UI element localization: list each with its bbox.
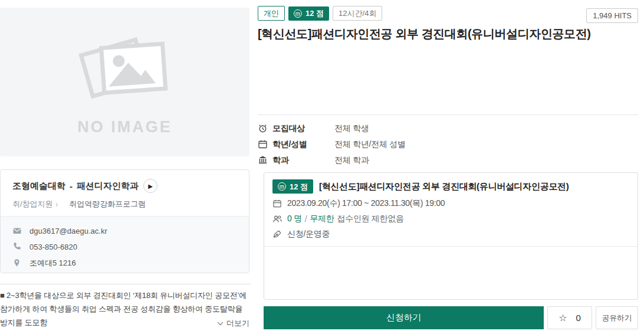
program-detail-panel: 개인 m 12 점 12시간/4회 1,949 HITS [혁신선도]패션디자인…: [258, 0, 638, 334]
session-points-badge: m 12 점: [272, 179, 313, 194]
program-thumbnail-placeholder: NO IMAGE: [0, 8, 249, 156]
badge-row: 개인 m 12 점 12시간/4회: [258, 6, 382, 21]
share-button[interactable]: 공유하기: [596, 306, 638, 329]
contact-location: 조예대5 1216: [29, 258, 76, 268]
info-label: 학과: [272, 155, 327, 166]
info-row-department: 학과 전체 학과: [258, 152, 638, 168]
apply-button[interactable]: 신청하기: [264, 306, 544, 329]
people-icon: [272, 214, 282, 224]
bank-icon: [258, 155, 268, 165]
contact-phone: 053-850-6820: [29, 243, 77, 251]
program-category: 취/창업지원: [12, 199, 53, 209]
info-row-target: 모집대상 전체 학생: [258, 120, 638, 136]
contact-phone-row: 053-850-6820: [12, 242, 237, 251]
phone-icon: [12, 242, 22, 251]
info-label: 모집대상: [272, 123, 327, 134]
show-more-link[interactable]: 더보기: [0, 318, 249, 329]
applicant-slash: /: [305, 214, 307, 224]
applicant-count: 0 명: [287, 214, 302, 224]
session-status-row: 신청/운영중: [272, 229, 629, 240]
star-icon: ☆: [558, 313, 567, 323]
info-value: 전체 학생: [334, 123, 369, 134]
info-value: 전체 학과: [334, 155, 369, 166]
page-title: [혁신선도]패션디자인전공 외부 경진대회(유니버설디자인공모전): [258, 26, 638, 42]
chevron-down-icon: [217, 322, 224, 326]
chevron-right-icon: ›: [55, 199, 58, 209]
program-type: 취업역량강화프로그램: [69, 199, 146, 209]
badge-hours-sessions: 12시간/4회: [333, 6, 382, 21]
organizer-contact: dgu3617@daegu.ac.kr 053-850-6820 조예대5: [1, 216, 249, 273]
info-row-grade-gender: 학년/성별 전체 학년/전체 성별: [258, 136, 638, 152]
description-divider: [0, 284, 250, 284]
show-more-label: 더보기: [226, 318, 249, 329]
session-date-row: 2023.09.20(수) 17:00 ~ 2023.11.30(목) 19:0…: [272, 198, 629, 209]
session-title: [혁신선도]패션디자인전공 외부 경진대회(유니버설디자인공모전): [319, 181, 569, 192]
clock-icon: [258, 123, 268, 133]
mileage-icon: m: [294, 9, 302, 18]
contact-email-row: dgu3617@daegu.ac.kr: [12, 226, 237, 235]
pen-icon: [272, 230, 282, 240]
department-name: 패션디자인학과: [77, 181, 139, 192]
no-image-icon: [72, 28, 178, 105]
favorite-button[interactable]: ☆ 0: [547, 306, 592, 329]
info-value: 전체 학년/전체 성별: [334, 139, 405, 150]
hits-counter: 1,949 HITS: [586, 8, 638, 23]
session-card-details: m 12 점 [혁신선도]패션디자인전공 외부 경진대회(유니버설디자인공모전)…: [264, 173, 638, 247]
calendar-icon: [258, 139, 268, 149]
college-dept-dash: -: [70, 181, 73, 191]
college-name: 조형예술대학: [12, 181, 65, 192]
session-card[interactable]: m 12 점 [혁신선도]패션디자인전공 외부 경진대회(유니버설디자인공모전)…: [264, 172, 638, 300]
mail-icon: [12, 226, 22, 235]
applicant-limit: 무제한: [310, 214, 334, 224]
applicant-note: 접수인원 제한없음: [337, 214, 403, 224]
session-date-range: 2023.09.20(수) 17:00 ~ 2023.11.30(목) 19:0…: [287, 198, 445, 209]
contact-location-row: 조예대5 1216: [12, 258, 237, 268]
badge-points: m 12 점: [288, 6, 329, 21]
contact-email: dgu3617@daegu.ac.kr: [29, 227, 107, 235]
organizer-card: 조형예술대학 - 패션디자인학과 ▶ 취/창업지원 › 취업역량강화프로그램 d: [0, 169, 249, 273]
recruit-info-section: 모집대상 전체 학생 학년/성별 전체 학년/전체 성별: [258, 114, 638, 168]
play-icon[interactable]: ▶: [143, 179, 157, 193]
favorite-count: 0: [576, 313, 581, 323]
mileage-icon: m: [278, 182, 286, 191]
badge-individual: 개인: [258, 6, 285, 21]
session-capacity-row: 0 명 / 무제한 접수인원 제한없음: [272, 214, 629, 224]
session-points-label: 12 점: [290, 183, 308, 191]
calendar-icon: [272, 199, 282, 209]
location-pin-icon: [12, 258, 22, 268]
info-label: 학년/성별: [272, 139, 327, 150]
badge-points-label: 12 점: [305, 9, 324, 17]
no-image-label: NO IMAGE: [77, 118, 172, 136]
session-status: 신청/운영중: [287, 229, 330, 240]
program-detail-page: NO IMAGE 조형예술대학 - 패션디자인학과 ▶ 취/창업지원 › 취업역…: [0, 0, 644, 334]
